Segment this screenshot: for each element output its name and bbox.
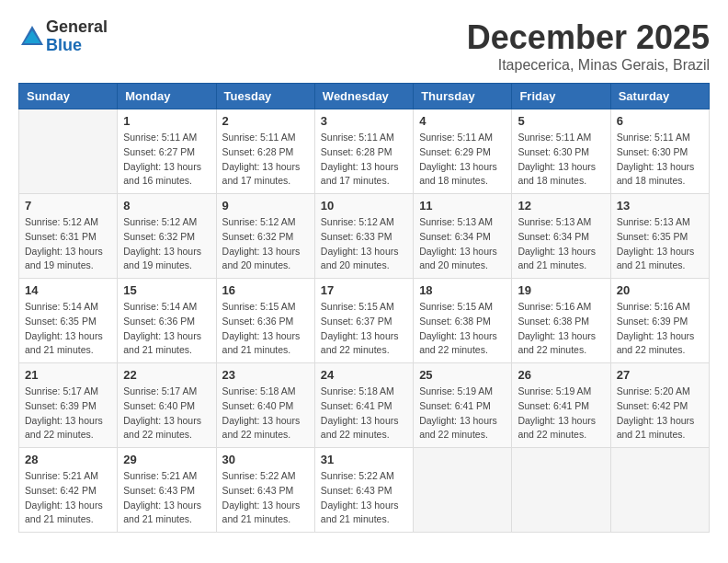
weekday-header-tuesday: Tuesday <box>216 84 314 109</box>
day-number: 28 <box>25 453 111 466</box>
calendar-cell <box>414 448 512 533</box>
day-number: 8 <box>123 199 210 213</box>
weekday-header-saturday: Saturday <box>610 84 709 109</box>
day-number: 30 <box>222 453 309 466</box>
day-info: Sunrise: 5:20 AMSunset: 6:42 PMDaylight:… <box>617 385 703 442</box>
calendar-cell: 15Sunrise: 5:14 AMSunset: 6:36 PMDayligh… <box>118 279 216 363</box>
day-info: Sunrise: 5:11 AMSunset: 6:27 PMDaylight:… <box>123 131 210 189</box>
weekday-header-wednesday: Wednesday <box>314 84 413 109</box>
calendar-cell: 1Sunrise: 5:11 AMSunset: 6:27 PMDaylight… <box>118 109 216 194</box>
weekday-header-thursday: Thursday <box>414 84 512 109</box>
calendar-cell: 24Sunrise: 5:18 AMSunset: 6:41 PMDayligh… <box>314 363 413 448</box>
calendar-cell: 25Sunrise: 5:19 AMSunset: 6:41 PMDayligh… <box>414 363 512 448</box>
calendar-cell: 20Sunrise: 5:16 AMSunset: 6:39 PMDayligh… <box>610 279 709 363</box>
calendar-cell: 3Sunrise: 5:11 AMSunset: 6:28 PMDaylight… <box>314 109 413 194</box>
day-number: 29 <box>123 453 210 466</box>
day-number: 17 <box>321 283 407 297</box>
calendar-cell: 17Sunrise: 5:15 AMSunset: 6:37 PMDayligh… <box>314 279 413 363</box>
logo-icon <box>18 23 46 51</box>
day-number: 6 <box>617 114 703 128</box>
calendar-cell: 5Sunrise: 5:11 AMSunset: 6:30 PMDaylight… <box>512 109 610 194</box>
day-number: 12 <box>518 199 604 213</box>
day-number: 3 <box>321 114 407 128</box>
day-number: 14 <box>25 283 111 297</box>
day-info: Sunrise: 5:12 AMSunset: 6:33 PMDaylight:… <box>321 215 407 273</box>
day-number: 2 <box>222 114 309 128</box>
location-title: Itapecerica, Minas Gerais, Brazil <box>467 57 710 74</box>
page-header: General Blue December 2025 Itapecerica, … <box>18 18 710 74</box>
logo: General Blue <box>18 18 108 55</box>
day-info: Sunrise: 5:18 AMSunset: 6:41 PMDaylight:… <box>321 385 407 442</box>
day-number: 15 <box>123 283 210 297</box>
calendar-cell: 4Sunrise: 5:11 AMSunset: 6:29 PMDaylight… <box>414 109 512 194</box>
calendar-cell: 19Sunrise: 5:16 AMSunset: 6:38 PMDayligh… <box>512 279 610 363</box>
calendar-cell: 18Sunrise: 5:15 AMSunset: 6:38 PMDayligh… <box>414 279 512 363</box>
calendar-cell: 22Sunrise: 5:17 AMSunset: 6:40 PMDayligh… <box>118 363 216 448</box>
day-number: 18 <box>419 283 506 297</box>
day-number: 1 <box>123 114 210 128</box>
day-number: 10 <box>321 199 407 213</box>
day-info: Sunrise: 5:11 AMSunset: 6:30 PMDaylight:… <box>518 131 604 189</box>
calendar-cell: 27Sunrise: 5:20 AMSunset: 6:42 PMDayligh… <box>610 363 709 448</box>
day-number: 13 <box>617 199 703 213</box>
day-info: Sunrise: 5:14 AMSunset: 6:36 PMDaylight:… <box>123 300 210 358</box>
weekday-header-monday: Monday <box>118 84 216 109</box>
day-number: 16 <box>222 283 309 297</box>
month-title: December 2025 <box>467 18 710 57</box>
calendar-cell: 11Sunrise: 5:13 AMSunset: 6:34 PMDayligh… <box>414 194 512 279</box>
day-number: 31 <box>321 453 407 466</box>
calendar-cell: 21Sunrise: 5:17 AMSunset: 6:39 PMDayligh… <box>19 363 118 448</box>
calendar-cell: 6Sunrise: 5:11 AMSunset: 6:30 PMDaylight… <box>610 109 709 194</box>
day-info: Sunrise: 5:15 AMSunset: 6:37 PMDaylight:… <box>321 300 407 358</box>
day-info: Sunrise: 5:13 AMSunset: 6:34 PMDaylight:… <box>419 215 506 273</box>
day-info: Sunrise: 5:21 AMSunset: 6:43 PMDaylight:… <box>123 469 210 527</box>
day-info: Sunrise: 5:16 AMSunset: 6:39 PMDaylight:… <box>617 300 703 358</box>
day-info: Sunrise: 5:18 AMSunset: 6:40 PMDaylight:… <box>222 385 309 442</box>
day-info: Sunrise: 5:22 AMSunset: 6:43 PMDaylight:… <box>222 469 309 527</box>
day-number: 5 <box>518 114 604 128</box>
calendar-cell: 8Sunrise: 5:12 AMSunset: 6:32 PMDaylight… <box>118 194 216 279</box>
day-number: 9 <box>222 199 309 213</box>
day-info: Sunrise: 5:12 AMSunset: 6:32 PMDaylight:… <box>123 215 210 273</box>
calendar-cell: 31Sunrise: 5:22 AMSunset: 6:43 PMDayligh… <box>314 448 413 533</box>
day-info: Sunrise: 5:11 AMSunset: 6:29 PMDaylight:… <box>419 131 506 189</box>
day-info: Sunrise: 5:19 AMSunset: 6:41 PMDaylight:… <box>419 385 506 442</box>
calendar-cell: 13Sunrise: 5:13 AMSunset: 6:35 PMDayligh… <box>610 194 709 279</box>
day-number: 24 <box>321 368 407 382</box>
day-info: Sunrise: 5:11 AMSunset: 6:28 PMDaylight:… <box>222 131 309 189</box>
day-info: Sunrise: 5:14 AMSunset: 6:35 PMDaylight:… <box>25 300 111 358</box>
calendar-cell: 16Sunrise: 5:15 AMSunset: 6:36 PMDayligh… <box>216 279 314 363</box>
calendar-cell: 10Sunrise: 5:12 AMSunset: 6:33 PMDayligh… <box>314 194 413 279</box>
day-info: Sunrise: 5:17 AMSunset: 6:40 PMDaylight:… <box>123 385 210 442</box>
day-number: 26 <box>518 368 604 382</box>
calendar-cell: 28Sunrise: 5:21 AMSunset: 6:42 PMDayligh… <box>19 448 118 533</box>
logo-blue-text: Blue <box>46 37 108 55</box>
day-info: Sunrise: 5:15 AMSunset: 6:38 PMDaylight:… <box>419 300 506 358</box>
day-number: 25 <box>419 368 506 382</box>
day-info: Sunrise: 5:13 AMSunset: 6:35 PMDaylight:… <box>617 215 703 273</box>
calendar-cell: 2Sunrise: 5:11 AMSunset: 6:28 PMDaylight… <box>216 109 314 194</box>
weekday-header-friday: Friday <box>512 84 610 109</box>
calendar-cell <box>19 109 118 194</box>
day-info: Sunrise: 5:11 AMSunset: 6:28 PMDaylight:… <box>321 131 407 189</box>
day-info: Sunrise: 5:17 AMSunset: 6:39 PMDaylight:… <box>25 385 111 442</box>
day-info: Sunrise: 5:16 AMSunset: 6:38 PMDaylight:… <box>518 300 604 358</box>
calendar-cell <box>610 448 709 533</box>
day-info: Sunrise: 5:13 AMSunset: 6:34 PMDaylight:… <box>518 215 604 273</box>
calendar-cell: 14Sunrise: 5:14 AMSunset: 6:35 PMDayligh… <box>19 279 118 363</box>
day-number: 20 <box>617 283 703 297</box>
day-info: Sunrise: 5:15 AMSunset: 6:36 PMDaylight:… <box>222 300 309 358</box>
title-section: December 2025 Itapecerica, Minas Gerais,… <box>467 18 710 74</box>
day-info: Sunrise: 5:12 AMSunset: 6:31 PMDaylight:… <box>25 215 111 273</box>
day-number: 27 <box>617 368 703 382</box>
day-number: 21 <box>25 368 111 382</box>
day-number: 23 <box>222 368 309 382</box>
day-number: 7 <box>25 199 111 213</box>
day-number: 11 <box>419 199 506 213</box>
calendar-table: SundayMondayTuesdayWednesdayThursdayFrid… <box>18 83 710 533</box>
calendar-cell: 23Sunrise: 5:18 AMSunset: 6:40 PMDayligh… <box>216 363 314 448</box>
calendar-cell <box>512 448 610 533</box>
calendar-cell: 26Sunrise: 5:19 AMSunset: 6:41 PMDayligh… <box>512 363 610 448</box>
day-info: Sunrise: 5:21 AMSunset: 6:42 PMDaylight:… <box>25 469 111 527</box>
calendar-cell: 9Sunrise: 5:12 AMSunset: 6:32 PMDaylight… <box>216 194 314 279</box>
